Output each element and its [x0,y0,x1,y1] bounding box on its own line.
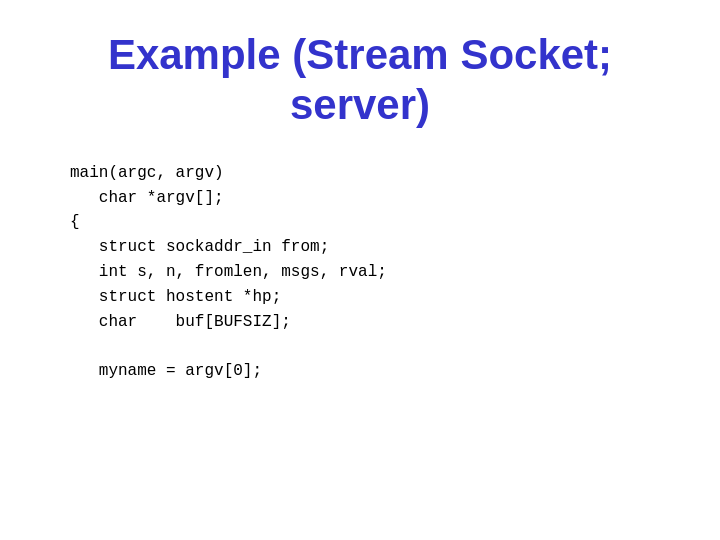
code-line: { [70,210,680,235]
code-block: main(argc, argv) char *argv[];{ struct s… [40,161,680,384]
code-line: int s, n, fromlen, msgs, rval; [70,260,680,285]
code-line: char buf[BUFSIZ]; [70,310,680,335]
slide-title: Example (Stream Socket; server) [40,30,680,131]
code-line: struct hostent *hp; [70,285,680,310]
code-line: main(argc, argv) [70,161,680,186]
code-line: struct sockaddr_in from; [70,235,680,260]
slide-container: Example (Stream Socket; server) main(arg… [0,0,720,540]
code-line [70,334,680,359]
title-line1: Example (Stream Socket; [108,31,612,78]
code-line: char *argv[]; [70,186,680,211]
title-line2: server) [290,81,430,128]
code-line: myname = argv[0]; [70,359,680,384]
